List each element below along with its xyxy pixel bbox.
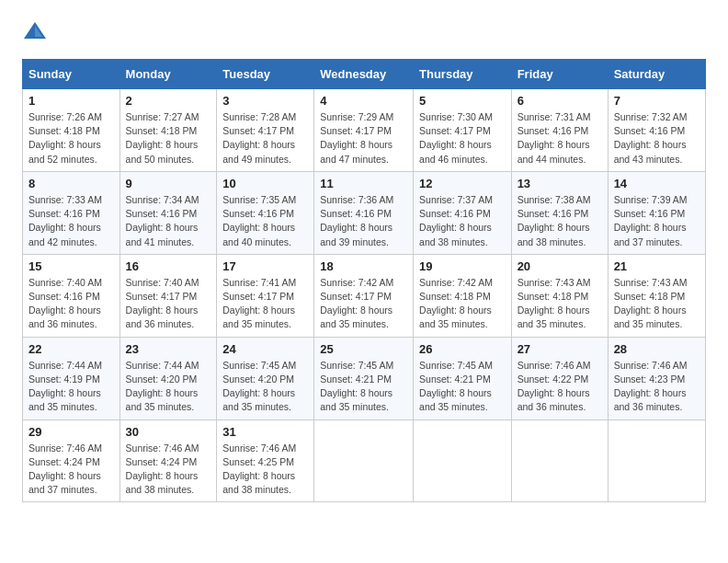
calendar-header-monday: Monday [119,60,217,89]
calendar-cell [511,419,608,502]
calendar-cell: 4Sunrise: 7:29 AMSunset: 4:17 PMDaylight… [314,89,414,172]
day-detail: Sunrise: 7:32 AMSunset: 4:16 PMDaylight:… [614,110,700,167]
day-number: 22 [28,342,114,356]
day-detail: Sunrise: 7:42 AMSunset: 4:17 PMDaylight:… [320,276,407,332]
day-number: 1 [28,94,114,108]
day-number: 17 [222,259,308,273]
day-detail: Sunrise: 7:35 AMSunset: 4:16 PMDaylight:… [222,193,308,249]
calendar-header-row: SundayMondayTuesdayWednesdayThursdayFrid… [23,60,706,89]
day-detail: Sunrise: 7:46 AMSunset: 4:24 PMDaylight:… [28,442,114,498]
day-detail: Sunrise: 7:30 AMSunset: 4:17 PMDaylight:… [419,110,506,167]
day-detail: Sunrise: 7:44 AMSunset: 4:19 PMDaylight:… [28,359,114,415]
day-number: 16 [126,259,211,273]
calendar-cell: 2Sunrise: 7:27 AMSunset: 4:18 PMDaylight… [119,89,217,172]
day-detail: Sunrise: 7:34 AMSunset: 4:16 PMDaylight:… [126,193,211,249]
calendar-cell: 15Sunrise: 7:40 AMSunset: 4:16 PMDayligh… [23,254,120,337]
day-number: 3 [222,94,308,108]
calendar-cell: 14Sunrise: 7:39 AMSunset: 4:16 PMDayligh… [608,171,705,254]
logo-icon [22,18,48,44]
day-number: 29 [28,425,114,439]
day-number: 31 [222,425,308,439]
calendar-cell: 20Sunrise: 7:43 AMSunset: 4:18 PMDayligh… [511,254,608,337]
day-number: 25 [320,342,407,356]
day-detail: Sunrise: 7:26 AMSunset: 4:18 PMDaylight:… [28,110,114,167]
calendar-week-row: 8Sunrise: 7:33 AMSunset: 4:16 PMDaylight… [23,171,706,254]
day-number: 21 [614,259,700,273]
calendar-cell: 22Sunrise: 7:44 AMSunset: 4:19 PMDayligh… [23,337,120,419]
day-number: 2 [126,94,211,108]
day-detail: Sunrise: 7:37 AMSunset: 4:16 PMDaylight:… [419,193,506,249]
day-number: 10 [222,177,308,190]
day-detail: Sunrise: 7:29 AMSunset: 4:17 PMDaylight:… [320,110,407,167]
logo [22,18,51,44]
calendar-cell: 19Sunrise: 7:42 AMSunset: 4:18 PMDayligh… [414,254,512,337]
day-detail: Sunrise: 7:45 AMSunset: 4:21 PMDaylight:… [419,359,506,415]
day-detail: Sunrise: 7:43 AMSunset: 4:18 PMDaylight:… [614,276,700,332]
day-detail: Sunrise: 7:44 AMSunset: 4:20 PMDaylight:… [126,359,211,415]
day-detail: Sunrise: 7:46 AMSunset: 4:23 PMDaylight:… [614,359,700,415]
calendar-table: SundayMondayTuesdayWednesdayThursdayFrid… [22,59,706,502]
calendar-cell: 24Sunrise: 7:45 AMSunset: 4:20 PMDayligh… [217,337,314,419]
day-number: 14 [614,177,700,190]
calendar-week-row: 22Sunrise: 7:44 AMSunset: 4:19 PMDayligh… [23,337,706,419]
day-number: 15 [28,259,114,273]
day-number: 8 [28,177,114,190]
day-detail: Sunrise: 7:36 AMSunset: 4:16 PMDaylight:… [320,193,407,249]
day-number: 20 [518,259,602,273]
day-detail: Sunrise: 7:42 AMSunset: 4:18 PMDaylight:… [419,276,506,332]
day-detail: Sunrise: 7:39 AMSunset: 4:16 PMDaylight:… [614,193,700,249]
calendar-cell: 5Sunrise: 7:30 AMSunset: 4:17 PMDaylight… [414,89,512,172]
calendar-cell: 31Sunrise: 7:46 AMSunset: 4:25 PMDayligh… [217,419,314,502]
calendar-cell: 21Sunrise: 7:43 AMSunset: 4:18 PMDayligh… [608,254,705,337]
day-number: 4 [320,94,407,108]
calendar-header-wednesday: Wednesday [314,60,414,89]
calendar-header-sunday: Sunday [23,60,120,89]
calendar-cell: 23Sunrise: 7:44 AMSunset: 4:20 PMDayligh… [119,337,217,419]
calendar-cell: 26Sunrise: 7:45 AMSunset: 4:21 PMDayligh… [414,337,512,419]
day-number: 9 [126,177,211,190]
day-number: 26 [419,342,506,356]
day-detail: Sunrise: 7:27 AMSunset: 4:18 PMDaylight:… [126,110,211,167]
day-detail: Sunrise: 7:45 AMSunset: 4:20 PMDaylight:… [222,359,308,415]
calendar-cell: 6Sunrise: 7:31 AMSunset: 4:16 PMDaylight… [511,89,608,172]
day-detail: Sunrise: 7:41 AMSunset: 4:17 PMDaylight:… [222,276,308,332]
calendar-cell: 7Sunrise: 7:32 AMSunset: 4:16 PMDaylight… [608,89,705,172]
calendar-cell: 29Sunrise: 7:46 AMSunset: 4:24 PMDayligh… [23,419,120,502]
day-number: 13 [518,177,602,190]
calendar-cell: 12Sunrise: 7:37 AMSunset: 4:16 PMDayligh… [414,171,512,254]
calendar-cell: 3Sunrise: 7:28 AMSunset: 4:17 PMDaylight… [217,89,314,172]
day-number: 18 [320,259,407,273]
day-detail: Sunrise: 7:46 AMSunset: 4:22 PMDaylight:… [518,359,602,415]
calendar-cell [608,419,705,502]
day-number: 30 [126,425,211,439]
calendar-cell: 17Sunrise: 7:41 AMSunset: 4:17 PMDayligh… [217,254,314,337]
calendar-week-row: 15Sunrise: 7:40 AMSunset: 4:16 PMDayligh… [23,254,706,337]
day-detail: Sunrise: 7:31 AMSunset: 4:16 PMDaylight:… [518,110,602,167]
day-number: 24 [222,342,308,356]
calendar-header-thursday: Thursday [414,60,512,89]
calendar-cell: 30Sunrise: 7:46 AMSunset: 4:24 PMDayligh… [119,419,217,502]
calendar-cell: 18Sunrise: 7:42 AMSunset: 4:17 PMDayligh… [314,254,414,337]
day-number: 6 [518,94,602,108]
day-number: 11 [320,177,407,190]
calendar-header-saturday: Saturday [608,60,705,89]
day-detail: Sunrise: 7:45 AMSunset: 4:21 PMDaylight:… [320,359,407,415]
calendar-header-tuesday: Tuesday [217,60,314,89]
day-number: 27 [518,342,602,356]
calendar-week-row: 1Sunrise: 7:26 AMSunset: 4:18 PMDaylight… [23,89,706,172]
calendar-week-row: 29Sunrise: 7:46 AMSunset: 4:24 PMDayligh… [23,419,706,502]
calendar-cell [314,419,414,502]
calendar-cell [414,419,512,502]
calendar-cell: 8Sunrise: 7:33 AMSunset: 4:16 PMDaylight… [23,171,120,254]
calendar-cell: 10Sunrise: 7:35 AMSunset: 4:16 PMDayligh… [217,171,314,254]
day-detail: Sunrise: 7:38 AMSunset: 4:16 PMDaylight:… [518,193,602,249]
calendar-cell: 11Sunrise: 7:36 AMSunset: 4:16 PMDayligh… [314,171,414,254]
day-detail: Sunrise: 7:46 AMSunset: 4:24 PMDaylight:… [126,442,211,498]
calendar-cell: 27Sunrise: 7:46 AMSunset: 4:22 PMDayligh… [511,337,608,419]
day-detail: Sunrise: 7:40 AMSunset: 4:17 PMDaylight:… [126,276,211,332]
day-number: 23 [126,342,211,356]
day-number: 19 [419,259,506,273]
day-detail: Sunrise: 7:40 AMSunset: 4:16 PMDaylight:… [28,276,114,332]
day-detail: Sunrise: 7:28 AMSunset: 4:17 PMDaylight:… [222,110,308,167]
calendar-cell: 9Sunrise: 7:34 AMSunset: 4:16 PMDaylight… [119,171,217,254]
